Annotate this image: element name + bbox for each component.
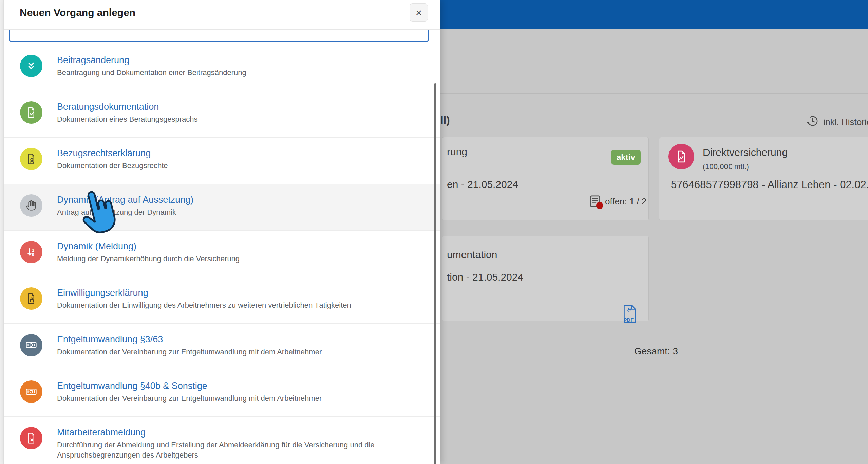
history-toggle[interactable]: inkl. Historie <box>806 114 868 130</box>
dialog-title: Neuen Vorgang anlegen <box>20 7 135 18</box>
close-icon: × <box>416 7 422 18</box>
memo-icon <box>589 195 601 209</box>
insurance-card-2[interactable]: Direktversicherung (100,00€ mtl.) 576468… <box>659 137 868 220</box>
screen: ll) inkl. Historie rung aktiv en - 21.05… <box>0 0 868 464</box>
app-header-bar <box>440 0 868 29</box>
list-item-entgeltumwandlung-3-63[interactable]: Entgeltumwandlung §3/63 Dokumentation de… <box>4 324 440 370</box>
close-button[interactable]: × <box>410 3 428 22</box>
item-description: Dokumentation der Vereinbarung zur Entge… <box>57 347 322 357</box>
item-description: Durchführung der Abmeldung und Erstellun… <box>57 440 417 460</box>
modal-scrollbar-thumb[interactable] <box>434 83 436 464</box>
item-description: Beantragung und Dokumentation einer Beit… <box>57 68 246 78</box>
item-description: Meldung der Dynamikerhöhung durch die Ve… <box>57 254 240 264</box>
item-title: Bezugsrechtserklärung <box>57 147 168 159</box>
document-check-icon <box>20 101 42 124</box>
item-title: Mitarbeiterabmeldung <box>57 426 417 439</box>
process-card[interactable]: umentation tion - 21.05.2024 PDF <box>442 236 649 321</box>
numeric-sort-down-icon: 1 9 <box>20 241 42 263</box>
search-input[interactable] <box>9 29 429 42</box>
hand-icon <box>20 194 42 217</box>
status-badge: aktiv <box>611 150 641 165</box>
contract-document-icon <box>668 144 694 169</box>
list-item-mitarbeiterabmeldung[interactable]: Mitarbeiterabmeldung Durchführung der Ab… <box>4 417 440 463</box>
list-item-dynamik-meldung[interactable]: 1 9 Dynamik (Meldung) Meldung der Dynami… <box>4 231 440 277</box>
svg-text:1: 1 <box>32 248 34 253</box>
dialog-scroll-area: Beitragsänderung Beantragung und Dokumen… <box>4 29 440 464</box>
open-tasks-label: offen: 1 / 2 <box>605 196 646 207</box>
item-title: Einwilligungserklärung <box>57 287 351 299</box>
open-tasks-indicator: offen: 1 / 2 <box>589 195 646 209</box>
total-count-label: Gesamt: 3 <box>634 346 678 357</box>
banknote-icon <box>20 380 42 403</box>
list-item-beratungsdokumentation[interactable]: Beratungsdokumentation Dokumentation ein… <box>4 91 440 138</box>
item-title: Beratungsdokumentation <box>57 101 198 113</box>
list-item-bezugsrechtserklaerung[interactable]: Bezugsrechtserklärung Dokumentation der … <box>4 138 440 184</box>
item-description: Dokumentation der Bezugsrechte <box>57 161 168 171</box>
pdf-label: PDF <box>624 317 634 323</box>
document-x-icon <box>20 427 42 449</box>
chevrons-down-icon <box>20 55 42 77</box>
background-page: ll) inkl. Historie rung aktiv en - 21.05… <box>440 0 868 464</box>
process-type-list: Beitragsänderung Beantragung und Dokumen… <box>4 44 440 463</box>
item-description: Dokumentation eines Beratungsgesprächs <box>57 114 198 124</box>
document-person-icon <box>20 148 42 170</box>
section-heading-fragment: ll) <box>440 114 450 126</box>
svg-text:9: 9 <box>32 252 34 257</box>
history-label: inkl. Historie <box>823 117 868 127</box>
pdf-download-icon[interactable]: PDF <box>621 305 638 324</box>
item-description: Dokumentation der Vereinbarung zur Entge… <box>57 393 322 404</box>
history-clock-icon <box>806 114 819 130</box>
card1-line-fragment: en - 21.05.2024 <box>447 179 518 190</box>
card3-line-fragment: tion - 21.05.2024 <box>447 271 523 283</box>
item-title: Dynamik (Antrag auf Aussetzung) <box>57 194 193 206</box>
item-title: Entgeltumwandlung §40b & Sonstige <box>57 380 322 392</box>
section-divider <box>440 93 868 94</box>
item-description: Dokumentation der Einwilligung des Arbei… <box>57 300 351 310</box>
list-item-beitragsaenderung[interactable]: Beitragsänderung Beantragung und Dokumen… <box>4 44 440 91</box>
card2-title: Direktversicherung <box>703 147 788 158</box>
alert-dot <box>596 202 603 209</box>
banknote-icon <box>20 334 42 356</box>
card2-subtitle: (100,00€ mtl.) <box>703 162 749 171</box>
list-item-entgeltumwandlung-40b[interactable]: Entgeltumwandlung §40b & Sonstige Dokume… <box>4 370 440 417</box>
item-title: Dynamik (Meldung) <box>57 240 240 252</box>
item-title: Beitragsänderung <box>57 54 246 66</box>
list-item-dynamik-aussetzung[interactable]: Dynamik (Antrag auf Aussetzung) Antrag a… <box>4 184 440 231</box>
item-description: Antrag auf Aussetzung der Dynamik <box>57 207 193 217</box>
card2-contract-line: 576468577998798 - Allianz Leben - 02.02.… <box>671 179 868 191</box>
insurance-card-1[interactable]: rung aktiv en - 21.05.2024 offen: 1 / 2 <box>442 137 649 220</box>
document-lock-icon <box>20 287 42 310</box>
card3-title-fragment: umentation <box>447 249 497 261</box>
card1-title-fragment: rung <box>447 146 467 158</box>
new-process-dialog: Neuen Vorgang anlegen × Beitragsänderung <box>3 0 440 464</box>
item-title: Entgeltumwandlung §3/63 <box>57 333 322 345</box>
list-item-einwilligungserklaerung[interactable]: Einwilligungserklärung Dokumentation der… <box>4 277 440 324</box>
